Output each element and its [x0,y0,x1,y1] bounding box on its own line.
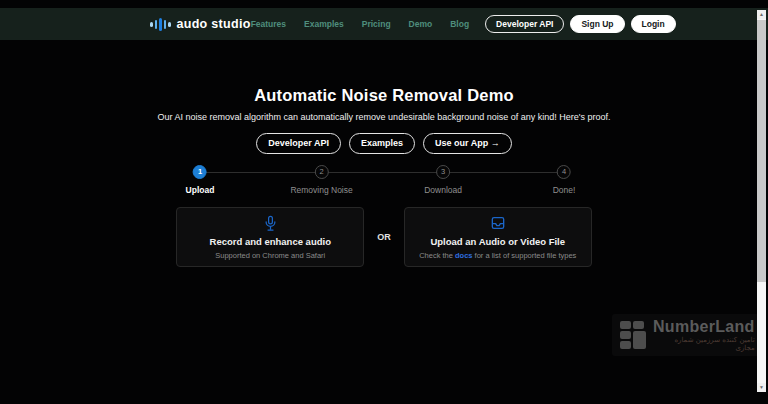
docs-link[interactable]: docs [455,251,473,260]
upload-card[interactable]: Upload an Audio or Video File Check the … [404,207,592,267]
signup-button[interactable]: Sign Up [570,15,624,34]
upload-section: Record and enhance audio Supported on Ch… [0,207,768,267]
nav-link-pricing[interactable]: Pricing [362,19,391,29]
step-3-dot: 3 [436,165,450,179]
nav-link-examples[interactable]: Examples [304,19,344,29]
record-card-title: Record and enhance audio [210,236,331,247]
numberland-logo-icon [620,321,646,349]
examples-button[interactable]: Examples [349,133,415,154]
step-4-label: Done! [553,185,576,195]
step-download: 3 Download [424,165,462,195]
use-our-app-button[interactable]: Use our App → [423,133,512,154]
step-1-label: Upload [186,185,215,195]
nav-link-demo[interactable]: Demo [409,19,433,29]
step-2-label: Removing Noise [290,185,352,195]
hero-buttons: Developer API Examples Use our App → [0,133,768,154]
scrollbar-down-arrow-icon[interactable]: ▼ [757,383,766,392]
nav-actions: Developer API Sign Up Login [485,15,676,34]
brand[interactable]: audo studio [150,17,251,31]
upload-card-subtitle: Check the docs for a list of supported f… [419,251,576,260]
watermark-tagline: تامین کننده سرزمین شماره مجازی [653,336,755,352]
developer-api-button[interactable]: Developer API [256,133,341,154]
microphone-icon [263,215,278,232]
step-2-dot: 2 [315,165,329,179]
watermark-text: NumberLand تامین کننده سرزمین شماره مجاز… [653,318,755,353]
scrollbar-up-arrow-icon[interactable]: ▲ [757,10,766,19]
page: audo studio Features Examples Pricing De… [0,0,768,404]
step-upload: 1 Upload [186,165,215,195]
watermark-name: NumberLand [653,318,755,336]
page-title: Automatic Noise Removal Demo [0,86,768,105]
step-removing-noise: 2 Removing Noise [290,165,352,195]
nav-developer-api-button[interactable]: Developer API [485,15,564,34]
scrollbar[interactable]: ▲ ▼ [757,10,766,392]
login-button[interactable]: Login [631,15,676,34]
step-3-label: Download [424,185,462,195]
top-nav: audo studio Features Examples Pricing De… [0,8,768,40]
main-content: Automatic Noise Removal Demo Our AI nois… [0,40,768,154]
progress-stepper: 1 Upload 2 Removing Noise 3 Download 4 D… [200,165,564,195]
nav-link-blog[interactable]: Blog [450,19,469,29]
record-card-subtitle: Supported on Chrome and Safari [215,251,325,260]
inbox-icon [490,215,506,232]
brand-name: audo studio [177,17,251,31]
step-1-dot: 1 [193,165,207,179]
upload-card-title: Upload an Audio or Video File [430,236,565,247]
nav-links: Features Examples Pricing Demo Blog [251,19,469,29]
nav-link-features[interactable]: Features [251,19,286,29]
docs-text-suffix: for a list of supported file types [473,251,577,260]
numberland-watermark: NumberLand تامین کننده سرزمین شماره مجاز… [612,314,762,356]
record-card[interactable]: Record and enhance audio Supported on Ch… [176,207,364,267]
page-subtitle: Our AI noise removal algorithm can autom… [0,112,768,122]
step-4-dot: 4 [557,165,571,179]
scrollbar-thumb[interactable] [757,20,766,282]
docs-text-prefix: Check the [419,251,455,260]
step-done: 4 Done! [553,165,576,195]
stepper-track [204,172,560,173]
or-label: OR [377,232,391,242]
waveform-logo-icon [150,17,171,31]
